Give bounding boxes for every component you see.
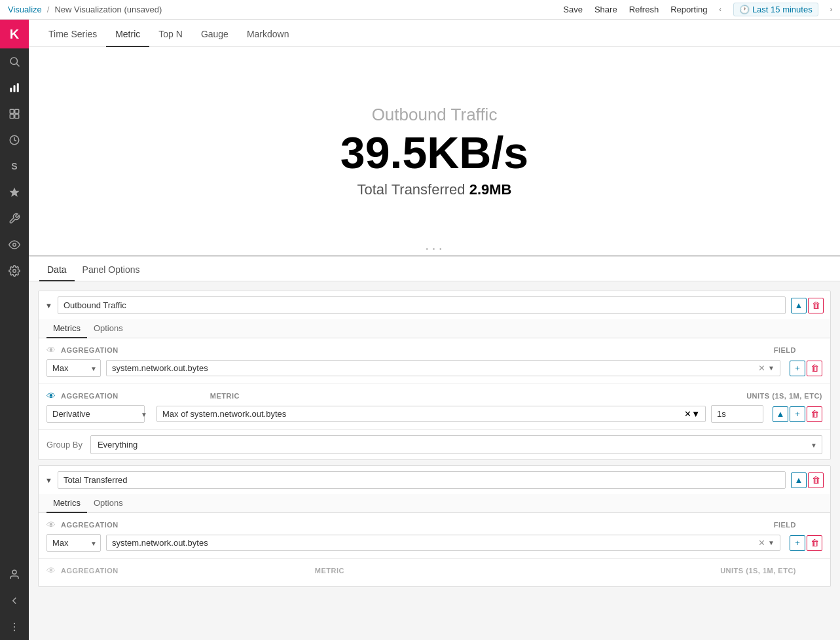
metric-group-header-outbound: ▼ ▲ 🗑 xyxy=(39,291,830,319)
tab-time-series[interactable]: Time Series xyxy=(39,22,106,47)
svg-rect-5 xyxy=(10,109,14,113)
time-chevron-right[interactable]: › xyxy=(830,6,832,13)
sub-tab-options-total[interactable]: Options xyxy=(87,494,130,513)
save-button[interactable]: Save xyxy=(563,5,583,14)
metric-group-total: ▼ ▲ 🗑 Metrics Options xyxy=(38,465,831,587)
tab-top-n[interactable]: Top N xyxy=(149,22,192,47)
eye-icon-partial[interactable]: 👁 xyxy=(46,565,56,576)
sidebar-item-monitoring[interactable] xyxy=(0,232,29,258)
reporting-button[interactable]: Reporting xyxy=(670,5,707,14)
svg-rect-8 xyxy=(15,115,19,118)
group-up-btn-outbound[interactable]: ▲ xyxy=(791,298,807,313)
metric-group-outbound: ▼ ▲ 🗑 Metrics Options xyxy=(38,291,831,460)
time-chevron-left[interactable]: ‹ xyxy=(720,6,721,13)
sidebar-item-visualize[interactable] xyxy=(0,75,29,101)
agg-label-agg-partial: Aggregation xyxy=(61,567,119,575)
agg-add-btn-max[interactable]: + xyxy=(790,361,805,376)
metric-caret[interactable]: ▼ xyxy=(691,409,700,419)
group-delete-btn-total[interactable]: 🗑 xyxy=(808,472,824,488)
group-chevron-total[interactable]: ▼ xyxy=(45,476,52,484)
agg-label-units-derivative: Units (1s, 1m, etc) xyxy=(746,392,822,400)
eye-icon-derivative[interactable]: 👁 xyxy=(46,391,56,401)
eye-icon-total[interactable]: 👁 xyxy=(46,520,56,530)
field-caret-total[interactable]: ▼ xyxy=(768,539,775,546)
tab-markdown[interactable]: Markdown xyxy=(238,22,299,47)
aggregation-select-wrap-total: Max Min Sum Count Average ▼ xyxy=(46,534,101,552)
group-by-row-outbound: Group By Everything Terms Filters Histog… xyxy=(39,430,830,459)
sidebar-item-management[interactable] xyxy=(0,258,29,284)
drag-handle[interactable]: • • • xyxy=(426,245,443,253)
share-button[interactable]: Share xyxy=(594,5,617,14)
svg-rect-6 xyxy=(15,109,19,113)
svg-point-12 xyxy=(13,270,16,273)
group-by-select-wrap-outbound: Everything Terms Filters Histogram ▼ xyxy=(90,435,822,454)
panel-tabs: Data Panel Options xyxy=(29,257,840,281)
panel-tab-data[interactable]: Data xyxy=(39,259,75,281)
svg-rect-7 xyxy=(10,115,14,118)
svg-rect-3 xyxy=(14,85,16,92)
sidebar-item-user[interactable] xyxy=(0,561,29,588)
content-area: Time Series Metric Top N Gauge Markdown … xyxy=(29,20,840,640)
tab-gauge[interactable]: Gauge xyxy=(192,22,238,47)
viz-value: 39.5KB/s xyxy=(340,130,528,175)
breadcrumb-visualize[interactable]: Visualize xyxy=(8,5,42,14)
time-range-picker[interactable]: 🕐 Last 15 minutes xyxy=(733,3,818,16)
agg-row-controls-max: Max Min Sum Count Average ▼ system.netwo… xyxy=(46,359,822,377)
eye-icon-max[interactable]: 👁 xyxy=(46,345,56,355)
metric-value-derivative: Max of system.network.out.bytes xyxy=(162,409,684,419)
sidebar-item-apm[interactable]: S xyxy=(0,153,29,179)
sidebar-item-graph[interactable] xyxy=(0,179,29,205)
group-up-btn-total[interactable]: ▲ xyxy=(791,472,807,488)
panel-tab-options[interactable]: Panel Options xyxy=(75,259,148,281)
svg-line-1 xyxy=(16,63,19,66)
agg-up-btn-derivative[interactable]: ▲ xyxy=(773,406,788,422)
breadcrumb-current: New Visualization (unsaved) xyxy=(54,5,162,14)
group-action-btns-outbound: ▲ 🗑 xyxy=(791,298,824,313)
panel-section: Data Panel Options ▼ ▲ 🗑 xyxy=(29,257,840,640)
agg-row-labels-max: 👁 Aggregation Field xyxy=(46,345,822,355)
agg-label-aggregation-total: Aggregation xyxy=(61,521,119,529)
metric-group-header-total: ▼ ▲ 🗑 xyxy=(39,466,830,494)
agg-add-btn-total[interactable]: + xyxy=(790,535,805,551)
group-delete-btn-outbound[interactable]: 🗑 xyxy=(808,298,824,313)
aggregation-select-total[interactable]: Max Min Sum Count Average xyxy=(46,534,101,552)
group-name-outbound[interactable] xyxy=(58,296,786,314)
sidebar-item-timelion[interactable] xyxy=(0,127,29,153)
subtitle-value: 2.9MB xyxy=(469,181,512,198)
svg-point-16 xyxy=(14,630,15,631)
sub-tabs-outbound: Metrics Options xyxy=(39,319,830,338)
sidebar-item-devtools[interactable] xyxy=(0,205,29,232)
units-input-derivative[interactable] xyxy=(711,405,763,423)
field-clear-total[interactable]: ✕ xyxy=(758,538,765,548)
field-caret-max[interactable]: ▼ xyxy=(768,364,775,372)
sidebar-item-more[interactable] xyxy=(0,614,29,640)
sidebar-item-collapse[interactable] xyxy=(0,588,29,614)
refresh-button[interactable]: Refresh xyxy=(629,5,659,14)
aggregation-select-wrap-max: Max Min Sum Count Average ▼ xyxy=(46,359,101,377)
sidebar-item-discover[interactable] xyxy=(0,48,29,75)
agg-add-btn-derivative[interactable]: + xyxy=(790,406,805,422)
sub-tab-metrics-total[interactable]: Metrics xyxy=(46,494,87,513)
sidebar-item-dashboard[interactable] xyxy=(0,101,29,127)
group-name-total[interactable] xyxy=(58,471,786,489)
metric-clear[interactable]: ✕ xyxy=(684,409,691,419)
group-chevron-outbound[interactable]: ▼ xyxy=(45,302,52,310)
agg-delete-btn-total[interactable]: 🗑 xyxy=(807,535,822,551)
apm-label: S xyxy=(11,161,17,171)
group-by-select-outbound[interactable]: Everything Terms Filters Histogram xyxy=(90,435,822,454)
tab-metric[interactable]: Metric xyxy=(106,22,149,47)
main-layout: K S xyxy=(0,20,840,640)
aggregation-select-derivative[interactable]: Derivative Max Min xyxy=(46,405,145,423)
agg-label-metric-partial: Metric xyxy=(315,567,344,575)
agg-delete-btn-max[interactable]: 🗑 xyxy=(807,361,822,376)
agg-delete-btn-derivative[interactable]: 🗑 xyxy=(807,406,822,422)
aggregation-select-max[interactable]: Max Min Sum Count Average xyxy=(46,359,101,377)
field-input-max: system.network.out.bytes ✕ ▼ xyxy=(106,360,780,376)
derivative-select-wrap: Derivative Max Min ▼ xyxy=(46,405,151,423)
breadcrumb: Visualize / New Visualization (unsaved) xyxy=(8,5,162,14)
agg-label-field-total: Field xyxy=(774,521,796,529)
field-clear-max[interactable]: ✕ xyxy=(758,363,765,373)
logo[interactable]: K xyxy=(0,20,29,48)
sub-tab-options-outbound[interactable]: Options xyxy=(87,319,130,338)
sub-tab-metrics-outbound[interactable]: Metrics xyxy=(46,319,87,338)
